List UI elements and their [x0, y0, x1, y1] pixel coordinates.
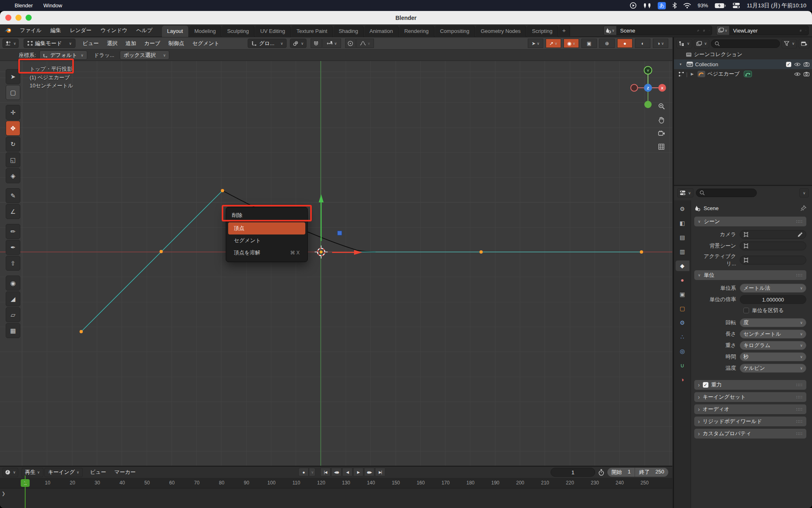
prev-keyframe-button[interactable]: ◀◆: [331, 468, 341, 476]
workspace-tab[interactable]: Rendering: [399, 26, 434, 37]
overlays-toggle[interactable]: ◉∨: [564, 39, 579, 48]
input-method-badge[interactable]: あ: [658, 2, 666, 9]
separate-units-checkbox[interactable]: [743, 308, 749, 313]
curve-handle-point[interactable]: [337, 231, 342, 235]
shading-material[interactable]: ◐: [635, 39, 650, 48]
transform-orientation-dropdown[interactable]: グロ... ∨: [248, 39, 287, 48]
viewlayer-selector[interactable]: ∨ ViewLayer: [716, 26, 809, 35]
start-frame-field[interactable]: 開始1: [607, 469, 635, 476]
unit-row-dropdown[interactable]: 秒∨: [740, 352, 806, 361]
curve-vertex[interactable]: [640, 250, 643, 254]
workspace-tab[interactable]: Modeling: [189, 26, 222, 37]
wifi-icon[interactable]: [683, 3, 691, 9]
xray-toggle[interactable]: ▣: [581, 39, 597, 48]
curve-data-badge[interactable]: [744, 71, 752, 77]
workspace-tab[interactable]: UV Editing: [255, 26, 291, 37]
unit-scale-field[interactable]: 1.000000: [740, 295, 806, 304]
context-menu-item[interactable]: 頂点: [228, 222, 305, 234]
bezier-curve-row[interactable]: | ▶ ベジエカーブ: [674, 69, 812, 79]
record-button[interactable]: ●: [298, 468, 309, 476]
selected-vertex[interactable]: [320, 250, 322, 253]
workspace-tab[interactable]: Layout: [162, 26, 189, 37]
outliner-display-mode-dropdown[interactable]: ∨: [676, 39, 692, 48]
breadcrumb-scene[interactable]: Scene: [704, 205, 719, 211]
draw-tool[interactable]: ✏: [6, 224, 20, 239]
tab-output[interactable]: ▤: [676, 232, 689, 243]
unlink-icon[interactable]: [707, 28, 712, 33]
scene-selector[interactable]: ∨ Scene: [603, 26, 712, 35]
outliner-filter-mode-dropdown[interactable]: ∨: [694, 39, 710, 48]
tab-tool[interactable]: ⚙: [676, 204, 689, 214]
ortho-toggle-button[interactable]: [655, 141, 667, 153]
editor-type-button[interactable]: ∨: [2, 39, 19, 48]
tab-collection[interactable]: ▣: [676, 289, 689, 300]
eye-icon[interactable]: [794, 62, 801, 67]
gizmos-toggle[interactable]: ↗∨: [546, 39, 561, 48]
tab-world[interactable]: ●: [676, 275, 689, 285]
property-id-field[interactable]: [740, 230, 806, 239]
panel-checkbox[interactable]: ✓: [703, 382, 708, 388]
topbar-menu-item[interactable]: 編集: [46, 27, 65, 34]
collapse-triangle-icon[interactable]: ▾: [680, 62, 685, 66]
shading-solid[interactable]: ●: [617, 39, 633, 48]
camera-icon[interactable]: [803, 62, 810, 67]
timeline-menu-item[interactable]: ビュー: [86, 469, 110, 476]
airpods-icon[interactable]: [643, 3, 651, 9]
blender-logo-icon[interactable]: [4, 27, 12, 34]
shading-rendered[interactable]: ◑∨: [653, 39, 668, 48]
topbar-menu-item[interactable]: ウィンドウ: [96, 27, 132, 34]
outliner-filter-dropdown[interactable]: ∨: [782, 39, 797, 48]
tab-view-layer[interactable]: ▥: [676, 246, 689, 257]
new-collection-button[interactable]: [799, 39, 810, 48]
units-section-header[interactable]: ∨ 単位 ∷∷: [694, 270, 806, 280]
curve-handle-segment[interactable]: [81, 191, 222, 332]
workspace-tab[interactable]: Compositing: [435, 26, 475, 37]
control-center-icon[interactable]: [732, 2, 740, 9]
end-frame-field[interactable]: 終了250: [635, 469, 668, 476]
transform-tool[interactable]: ◈: [6, 168, 20, 183]
radius-tool[interactable]: ◉: [6, 276, 20, 291]
pivot-point-dropdown[interactable]: ∨: [290, 39, 307, 48]
macos-menu-item[interactable]: Blender: [15, 2, 33, 9]
curve-pen-tool[interactable]: ✒: [6, 240, 20, 255]
workspace-tab[interactable]: Scripting: [527, 26, 558, 37]
move-tool[interactable]: ✥: [6, 121, 20, 136]
collection-row[interactable]: ▾ Collection ✓: [674, 59, 812, 69]
tab-object[interactable]: ▢: [676, 303, 689, 314]
timeline-tracks[interactable]: [0, 488, 672, 508]
properties-options-dropdown[interactable]: ∨: [799, 188, 809, 198]
workspace-tab[interactable]: Geometry Nodes: [475, 26, 526, 37]
macos-menu-item[interactable]: Window: [43, 2, 62, 9]
collapsed-panel[interactable]: › ✓ 重力 ∷∷: [694, 380, 806, 390]
timeline-expand-icon[interactable]: ❯: [2, 491, 5, 496]
tab-render[interactable]: ◧: [676, 218, 689, 228]
timeline-menu-item[interactable]: マーカー: [110, 469, 140, 476]
drag-grip-icon[interactable]: ∷∷: [796, 219, 803, 224]
copy-icon[interactable]: [701, 28, 707, 34]
mode-dropdown[interactable]: 編集モード ∨: [24, 39, 76, 48]
viewport-menu-item[interactable]: 制御点: [164, 40, 188, 47]
viewport-menu-item[interactable]: カーブ: [140, 40, 164, 47]
record-options-dropdown[interactable]: ∨: [309, 468, 315, 476]
jump-end-button[interactable]: ▶|: [375, 468, 385, 476]
prev-frame-button[interactable]: ◀: [342, 468, 352, 476]
tab-physics[interactable]: ◎: [676, 346, 689, 356]
play-button[interactable]: ▶: [353, 468, 363, 476]
workspace-tab[interactable]: Shading: [333, 26, 364, 37]
camera-view-button[interactable]: [655, 127, 667, 139]
menubar-clock[interactable]: 11月13日 (月) 午前10:10: [747, 2, 806, 9]
curve-vertex[interactable]: [160, 250, 163, 253]
properties-editor-type-button[interactable]: ∨: [677, 188, 693, 198]
topbar-menu-item[interactable]: ヘルプ: [132, 27, 157, 34]
collapsed-panel[interactable]: › カスタムプロパティ ∷∷: [694, 429, 806, 439]
snap-settings-dropdown[interactable]: ∨: [322, 39, 341, 48]
unit-row-dropdown[interactable]: 度∨: [740, 318, 806, 327]
collapsed-panel[interactable]: › オーディオ ∷∷: [694, 404, 806, 414]
pan-hand-button[interactable]: [655, 114, 667, 126]
workspace-tab[interactable]: Sculpting: [222, 26, 254, 37]
pin-icon[interactable]: [800, 205, 806, 211]
select-mode-dropdown[interactable]: ボックス選択 ∨: [120, 50, 169, 60]
measure-tool[interactable]: ∠: [6, 204, 20, 219]
viewport-menu-item[interactable]: セグメント: [188, 40, 224, 47]
keying-menu[interactable]: キーイング∨: [44, 468, 83, 477]
